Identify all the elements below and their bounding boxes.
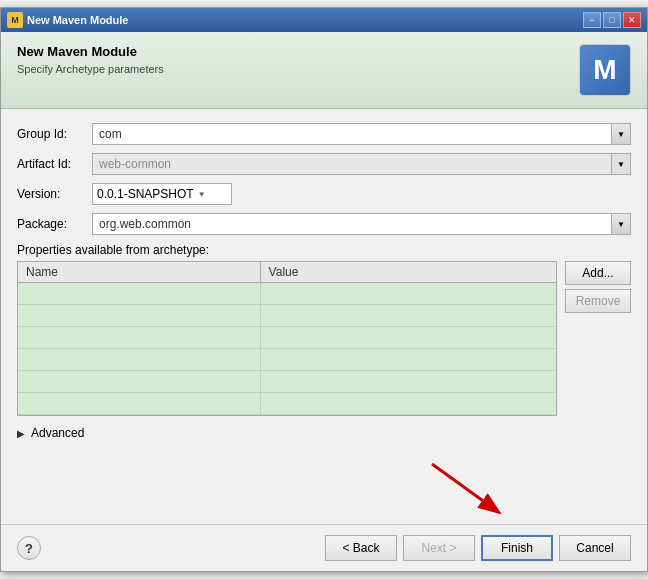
- title-bar: M New Maven Module − □ ✕: [1, 8, 647, 32]
- name-cell[interactable]: [18, 371, 260, 393]
- version-label: Version:: [17, 187, 92, 201]
- table-row[interactable]: [18, 305, 556, 327]
- help-button[interactable]: ?: [17, 536, 41, 560]
- group-id-input[interactable]: [92, 123, 611, 145]
- dialog-header: New Maven Module Specify Archetype param…: [1, 32, 647, 109]
- group-id-dropdown-button[interactable]: ▼: [611, 123, 631, 145]
- remove-property-button[interactable]: Remove: [565, 289, 631, 313]
- properties-section: Properties available from archetype: Nam…: [17, 243, 631, 416]
- table-row[interactable]: [18, 371, 556, 393]
- next-button[interactable]: Next >: [403, 535, 475, 561]
- name-cell[interactable]: [18, 327, 260, 349]
- package-dropdown-button[interactable]: ▼: [611, 213, 631, 235]
- properties-table-wrapper: Name Value: [17, 261, 557, 416]
- maven-icon-letter: M: [580, 45, 630, 95]
- arrow-area: [1, 454, 647, 524]
- properties-buttons: Add... Remove: [565, 261, 631, 416]
- value-cell[interactable]: [260, 305, 556, 327]
- footer-left: ?: [17, 536, 41, 560]
- advanced-section[interactable]: ▶ Advanced: [17, 426, 631, 440]
- value-cell[interactable]: [260, 349, 556, 371]
- title-bar-left: M New Maven Module: [7, 12, 128, 28]
- value-cell[interactable]: [260, 283, 556, 305]
- artifact-id-dropdown-button: ▼: [611, 153, 631, 175]
- version-dropdown-arrow: ▼: [198, 190, 206, 199]
- table-row[interactable]: [18, 349, 556, 371]
- properties-table: Name Value: [18, 262, 556, 415]
- group-id-label: Group Id:: [17, 127, 92, 141]
- properties-label: Properties available from archetype:: [17, 243, 631, 257]
- svg-line-1: [432, 464, 497, 511]
- artifact-id-label: Artifact Id:: [17, 157, 92, 171]
- package-field-wrapper: ▼: [92, 213, 631, 235]
- artifact-id-row: Artifact Id: ▼: [17, 153, 631, 175]
- minimize-button[interactable]: −: [583, 12, 601, 28]
- advanced-label: Advanced: [31, 426, 84, 440]
- value-cell[interactable]: [260, 393, 556, 415]
- version-value: 0.0.1-SNAPSHOT: [97, 187, 194, 201]
- value-cell[interactable]: [260, 327, 556, 349]
- maven-icon: M: [579, 44, 631, 96]
- title-controls: − □ ✕: [583, 12, 641, 28]
- group-id-field-wrapper: ▼: [92, 123, 631, 145]
- finish-button[interactable]: Finish: [481, 535, 553, 561]
- name-column-header: Name: [18, 262, 260, 283]
- content-area: Group Id: ▼ Artifact Id: ▼ Version: 0.0.…: [1, 109, 647, 454]
- back-button[interactable]: < Back: [325, 535, 397, 561]
- value-cell[interactable]: [260, 371, 556, 393]
- main-window: M New Maven Module − □ ✕ New Maven Modul…: [0, 7, 648, 572]
- version-select[interactable]: 0.0.1-SNAPSHOT ▼: [92, 183, 232, 205]
- properties-container: Name Value: [17, 261, 631, 416]
- add-property-button[interactable]: Add...: [565, 261, 631, 285]
- footer-buttons: < Back Next > Finish Cancel: [325, 535, 631, 561]
- name-cell[interactable]: [18, 393, 260, 415]
- header-text: New Maven Module Specify Archetype param…: [17, 44, 164, 75]
- red-arrow: [427, 459, 507, 522]
- package-input[interactable]: [92, 213, 611, 235]
- group-id-row: Group Id: ▼: [17, 123, 631, 145]
- artifact-id-field-wrapper: ▼: [92, 153, 631, 175]
- dialog-subtitle: Specify Archetype parameters: [17, 63, 164, 75]
- cancel-button[interactable]: Cancel: [559, 535, 631, 561]
- window-title: New Maven Module: [27, 14, 128, 26]
- footer: ? < Back Next > Finish Cancel: [1, 524, 647, 571]
- dialog-title: New Maven Module: [17, 44, 164, 59]
- close-button[interactable]: ✕: [623, 12, 641, 28]
- version-row: Version: 0.0.1-SNAPSHOT ▼: [17, 183, 631, 205]
- name-cell[interactable]: [18, 283, 260, 305]
- table-header-row: Name Value: [18, 262, 556, 283]
- package-row: Package: ▼: [17, 213, 631, 235]
- table-row[interactable]: [18, 283, 556, 305]
- package-label: Package:: [17, 217, 92, 231]
- maximize-button[interactable]: □: [603, 12, 621, 28]
- value-column-header: Value: [260, 262, 556, 283]
- artifact-id-input: [92, 153, 611, 175]
- name-cell[interactable]: [18, 305, 260, 327]
- name-cell[interactable]: [18, 349, 260, 371]
- advanced-expand-arrow: ▶: [17, 428, 25, 439]
- table-row[interactable]: [18, 327, 556, 349]
- table-row[interactable]: [18, 393, 556, 415]
- window-icon: M: [7, 12, 23, 28]
